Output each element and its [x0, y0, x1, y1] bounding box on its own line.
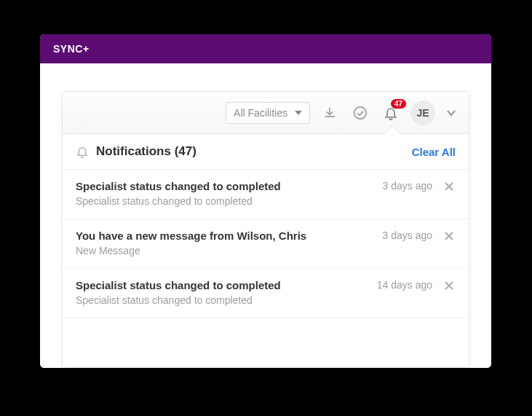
download-icon	[322, 106, 337, 120]
notifications-list: Specialist status changed to completed S…	[63, 170, 469, 367]
notifications-title: Notifications (47)	[96, 144, 196, 159]
close-icon	[445, 281, 453, 290]
avatar-initials: JE	[416, 107, 429, 119]
notifications-button[interactable]: 47	[380, 102, 402, 124]
check-circle-icon	[352, 105, 368, 121]
facility-dropdown[interactable]: All Facilities	[226, 102, 310, 124]
download-button[interactable]	[319, 102, 341, 124]
caret-down-icon	[295, 111, 302, 115]
notification-title: Specialist status changed to completed	[76, 279, 367, 291]
notification-subtitle: Specialist status changed to completed	[76, 294, 367, 306]
close-icon	[445, 232, 453, 240]
notification-subtitle: Specialist status changed to completed	[76, 195, 373, 207]
notification-item[interactable]: Specialist status changed to completed S…	[63, 269, 469, 318]
pointer-caret	[384, 126, 400, 134]
notification-title: You have a new message from Wilson, Chri…	[76, 229, 373, 242]
app-card: SYNC+ All Facilities 47 JE	[40, 34, 491, 368]
notification-time: 3 days ago	[383, 180, 433, 192]
chevron-down-icon	[446, 109, 456, 117]
close-icon	[445, 182, 453, 191]
bell-outline-icon	[76, 144, 89, 159]
notifications-title-left: Notifications (47)	[76, 144, 196, 159]
notifications-titlebar: Notifications (47) Clear All	[63, 134, 469, 170]
dismiss-button[interactable]	[442, 279, 456, 292]
brand-bar: SYNC+	[40, 34, 491, 63]
dismiss-button[interactable]	[442, 180, 456, 193]
notifications-panel: All Facilities 47 JE	[62, 91, 469, 368]
notification-subtitle: New Message	[76, 245, 373, 256]
dismiss-button[interactable]	[442, 229, 456, 243]
content-area: All Facilities 47 JE	[40, 63, 491, 368]
clear-all-button[interactable]: Clear All	[412, 146, 456, 158]
notification-item[interactable]: Specialist status changed to completed S…	[63, 170, 469, 219]
avatar-menu-toggle[interactable]	[444, 109, 458, 117]
notification-title: Specialist status changed to completed	[76, 180, 373, 192]
facility-dropdown-label: All Facilities	[234, 107, 287, 119]
notifications-badge: 47	[391, 99, 406, 109]
panel-header: All Facilities 47 JE	[63, 92, 469, 134]
svg-point-0	[354, 106, 367, 119]
avatar[interactable]: JE	[410, 101, 435, 125]
notification-time: 3 days ago	[383, 229, 433, 241]
notification-time: 14 days ago	[377, 279, 432, 291]
brand-text: SYNC+	[53, 43, 90, 55]
notification-item[interactable]: You have a new message from Wilson, Chri…	[63, 219, 469, 269]
approve-button[interactable]	[349, 102, 371, 124]
